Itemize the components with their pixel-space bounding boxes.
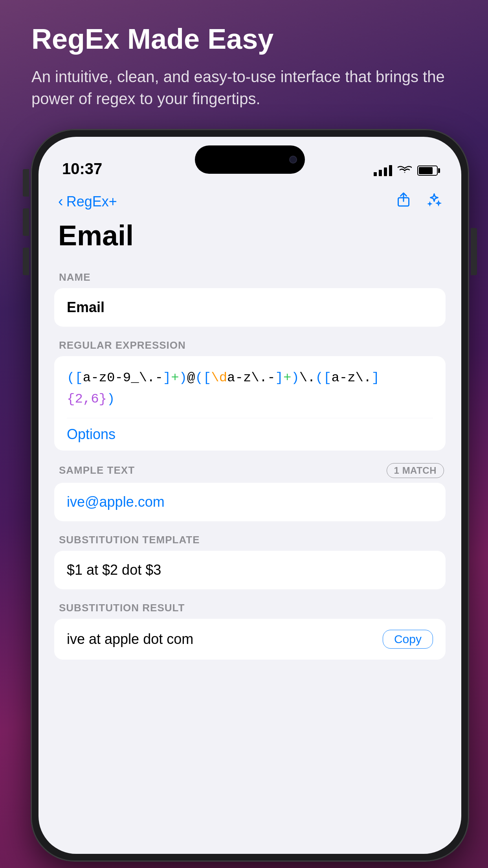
battery-fill <box>419 167 433 174</box>
magic-button[interactable] <box>427 193 442 211</box>
island-camera <box>289 156 297 164</box>
back-label: RegEx+ <box>66 193 117 210</box>
share-button[interactable] <box>396 192 411 212</box>
dynamic-island <box>195 145 305 174</box>
regex-card: ([a-z0-9_\.-]+)@([\da-z\.-]+)\.([a-z\.]{… <box>54 356 446 451</box>
phone-frame: 10:37 <box>31 130 468 868</box>
sample-text-value: ive@apple.com <box>67 494 433 510</box>
status-icons <box>374 163 438 178</box>
marketing-subtitle: An intuitive, clean, and easy-to-use int… <box>31 66 457 110</box>
copy-button[interactable]: Copy <box>383 630 433 649</box>
marketing-section: RegEx Made Easy An intuitive, clean, and… <box>31 24 457 110</box>
marketing-title: RegEx Made Easy <box>31 24 457 55</box>
phone-outer: 10:37 <box>31 130 468 861</box>
regex-section-label: REGULAR EXPRESSION <box>54 339 446 351</box>
back-button[interactable]: ‹ RegEx+ <box>58 193 117 210</box>
back-chevron-icon: ‹ <box>58 193 63 210</box>
result-section-label: SUBSTITUTION RESULT <box>54 602 446 614</box>
result-value: ive at apple dot com <box>67 631 193 647</box>
phone-screen: 10:37 <box>39 137 461 854</box>
substitution-value: $1 at $2 dot $3 <box>67 562 433 578</box>
page-title: Email <box>58 219 134 252</box>
name-section-label: NAME <box>54 271 446 283</box>
sample-section-label: SAMPLE TEXT <box>59 464 135 476</box>
sample-text-card: ive@apple.com <box>54 483 446 521</box>
content-area: NAME Email REGULAR EXPRESSION ([a-z0-9_\… <box>39 259 461 854</box>
result-card: ive at apple dot com Copy <box>54 619 446 660</box>
wifi-icon <box>398 163 412 178</box>
result-row: ive at apple dot com Copy <box>67 630 433 649</box>
sample-section-header: SAMPLE TEXT 1 MATCH <box>54 463 446 478</box>
match-badge: 1 MATCH <box>387 463 444 478</box>
signal-icon <box>374 165 392 176</box>
regex-expression: ([a-z0-9_\.-]+)@([\da-z\.-]+)\.([a-z\.]{… <box>67 367 433 410</box>
substitution-section-label: SUBSTITUTION TEMPLATE <box>54 534 446 546</box>
name-value: Email <box>67 299 433 316</box>
substitution-card: $1 at $2 dot $3 <box>54 551 446 589</box>
nav-bar: ‹ RegEx+ <box>39 184 461 219</box>
battery-icon <box>417 166 438 176</box>
options-button[interactable]: Options <box>67 418 433 451</box>
name-card: Email <box>54 288 446 327</box>
